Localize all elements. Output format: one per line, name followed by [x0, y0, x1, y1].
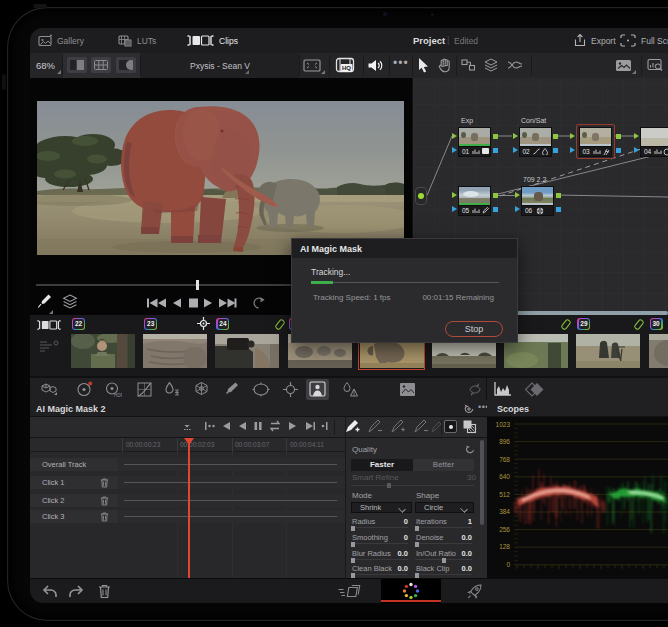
- svg-text:1023: 1023: [496, 421, 511, 428]
- svg-text:256: 256: [499, 526, 510, 533]
- svg-text:HDR: HDR: [114, 393, 122, 398]
- svg-text:768: 768: [499, 456, 510, 463]
- svg-text:128: 128: [499, 543, 510, 550]
- svg-text:512: 512: [499, 491, 510, 498]
- svg-text:640: 640: [499, 473, 510, 480]
- svg-text:HQ: HQ: [342, 65, 351, 71]
- svg-text:384: 384: [499, 508, 510, 515]
- svg-text:896: 896: [499, 438, 510, 445]
- svg-text:0: 0: [506, 561, 510, 568]
